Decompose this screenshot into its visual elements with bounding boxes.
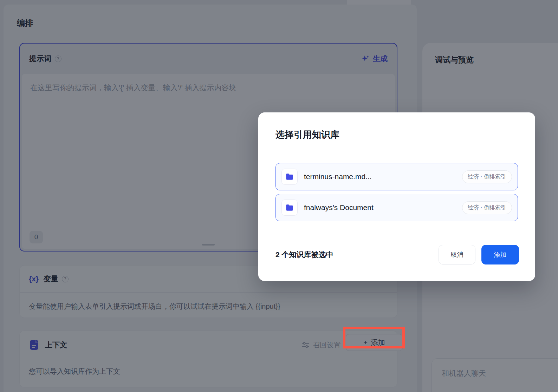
knowledge-item[interactable]: terminus-name.md... 经济 · 倒排索引 [275, 163, 518, 190]
selected-count: 2 个知识库被选中 [275, 250, 333, 260]
folder-icon [281, 169, 298, 185]
modal-title: 选择引用知识库 [275, 129, 339, 141]
add-button[interactable]: 添加 [481, 245, 519, 264]
knowledge-badge: 经济 · 倒排索引 [462, 201, 512, 214]
folder-icon [281, 200, 298, 216]
knowledge-item[interactable]: fnalways's Document 经济 · 倒排索引 [275, 194, 518, 221]
modal-footer: 2 个知识库被选中 取消 添加 [275, 245, 519, 264]
cancel-button[interactable]: 取消 [439, 245, 475, 264]
knowledge-name: terminus-name.md... [304, 172, 372, 181]
select-knowledge-modal: 选择引用知识库 terminus-name.md... 经济 · 倒排索引 fn… [258, 112, 535, 281]
knowledge-name: fnalways's Document [304, 203, 374, 212]
knowledge-badge: 经济 · 倒排索引 [462, 170, 512, 183]
app-screen: 编排 提示词 ? 生成 在这里写你的提示词，输入'{' 插入变量、输入'/' [0, 0, 558, 392]
